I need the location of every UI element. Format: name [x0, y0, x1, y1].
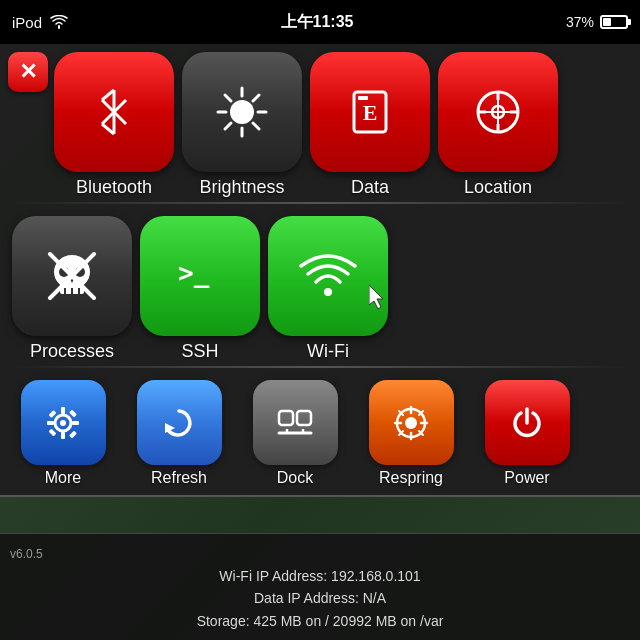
storage-display: Storage: 425 MB on / 20992 MB on /var [10, 610, 630, 632]
svg-text:E: E [363, 100, 378, 125]
svg-rect-43 [49, 410, 57, 418]
device-label: iPod [12, 14, 42, 31]
wifi-icon-bg [268, 216, 388, 336]
ssh-label: SSH [181, 341, 218, 362]
svg-text:>_: >_ [178, 258, 210, 288]
svg-line-4 [102, 124, 114, 134]
svg-rect-42 [72, 421, 79, 425]
gear-icon [43, 403, 83, 443]
svg-point-35 [324, 288, 332, 296]
action-refresh[interactable]: Refresh [124, 380, 234, 487]
status-bar: iPod 上午11:35 37% [0, 0, 640, 44]
svg-rect-16 [358, 96, 368, 100]
data-label: Data [351, 177, 389, 198]
version-label: v6.0.5 [10, 547, 43, 561]
time-display: 上午11:35 [281, 12, 354, 33]
action-more[interactable]: More [8, 380, 118, 487]
svg-line-3 [102, 90, 114, 100]
svg-rect-40 [61, 432, 65, 439]
info-bar: v6.0.5 Wi-Fi IP Address: 192.168.0.101 D… [0, 533, 640, 640]
ssh-icon-bg: >_ [140, 216, 260, 336]
refresh-icon-bg [137, 380, 222, 465]
wifi-label: Wi-Fi [307, 341, 349, 362]
svg-line-11 [253, 123, 259, 129]
brightness-icon-bg [182, 52, 302, 172]
more-label: More [45, 469, 81, 487]
refresh-label: Refresh [151, 469, 207, 487]
svg-rect-46 [69, 409, 77, 417]
respring-icon-bg [369, 380, 454, 465]
row-separator-2 [8, 366, 632, 368]
respring-label: Respring [379, 469, 443, 487]
brightness-label: Brightness [199, 177, 284, 198]
bluetooth-icon-bg [54, 52, 174, 172]
more-icon-bg [21, 380, 106, 465]
data-icon: E [340, 82, 400, 142]
battery-fill [603, 18, 611, 26]
toggle-wifi[interactable]: Wi-Fi [268, 216, 388, 362]
power-icon-bg [485, 380, 570, 465]
toggle-row-2: Processes >_ SSH [4, 208, 640, 362]
toggle-ssh[interactable]: >_ SSH [140, 216, 260, 362]
location-label: Location [464, 177, 532, 198]
main-panel: ✕ Bluetooth [0, 44, 640, 640]
action-respring[interactable]: Respring [356, 380, 466, 487]
location-icon-bg [438, 52, 558, 172]
row-separator-1 [8, 202, 632, 204]
svg-point-5 [230, 100, 254, 124]
status-left: iPod [12, 14, 68, 31]
status-right: 37% [566, 14, 628, 30]
wifi-toggle-icon [298, 246, 358, 306]
close-icon: ✕ [19, 61, 37, 83]
bluetooth-label: Bluetooth [76, 177, 152, 198]
wifi-status-icon [50, 15, 68, 29]
toggle-bluetooth[interactable]: Bluetooth [54, 52, 174, 198]
svg-line-12 [253, 95, 259, 101]
action-power[interactable]: Power [472, 380, 582, 487]
svg-point-38 [60, 420, 66, 426]
battery-icon [600, 15, 628, 29]
refresh-icon [159, 403, 199, 443]
svg-rect-45 [49, 428, 57, 436]
svg-point-54 [405, 417, 417, 429]
wifi-ip-display: Wi-Fi IP Address: 192.168.0.101 [10, 565, 630, 587]
bluetooth-icon [84, 82, 144, 142]
dock-icon [275, 403, 315, 443]
toggle-location[interactable]: Location [438, 52, 558, 198]
svg-line-13 [225, 123, 231, 129]
svg-rect-48 [279, 411, 293, 425]
power-label: Power [504, 469, 549, 487]
processes-icon-bg [12, 216, 132, 336]
svg-rect-39 [61, 407, 65, 414]
svg-rect-49 [297, 411, 311, 425]
respring-icon [391, 403, 431, 443]
svg-line-10 [225, 95, 231, 101]
action-dock[interactable]: Dock [240, 380, 350, 487]
terminal-icon: >_ [170, 246, 230, 306]
toggle-data[interactable]: E Data [310, 52, 430, 198]
svg-rect-41 [47, 421, 54, 425]
toggle-row-1: Bluetooth Bri [4, 44, 640, 198]
data-icon-bg: E [310, 52, 430, 172]
processes-label: Processes [30, 341, 114, 362]
dock-label: Dock [277, 469, 313, 487]
skull-icon [42, 246, 102, 306]
dock-icon-bg [253, 380, 338, 465]
sbsettings-panel: ✕ Bluetooth [0, 44, 640, 497]
location-icon [468, 82, 528, 142]
battery-percent: 37% [566, 14, 594, 30]
toggle-brightness[interactable]: Brightness [182, 52, 302, 198]
data-ip-display: Data IP Address: N/A [10, 587, 630, 609]
power-icon [507, 403, 547, 443]
svg-rect-44 [69, 430, 77, 438]
brightness-icon [212, 82, 272, 142]
toggle-processes[interactable]: Processes [12, 216, 132, 362]
action-row: More Refresh [0, 372, 640, 495]
close-button[interactable]: ✕ [8, 52, 48, 92]
